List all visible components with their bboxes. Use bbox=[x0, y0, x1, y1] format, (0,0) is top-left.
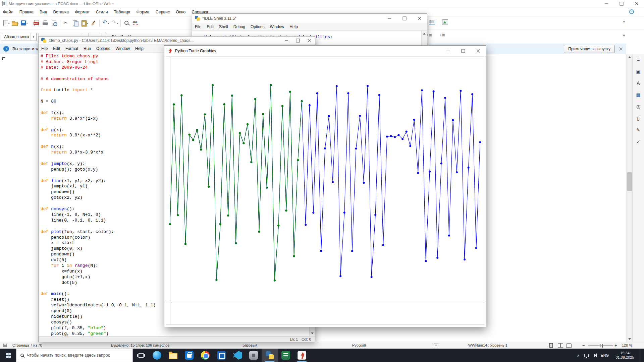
undo-button[interactable] bbox=[101, 18, 110, 28]
page-deck-icon[interactable]: ▯ bbox=[634, 114, 642, 122]
scroll-down-icon[interactable] bbox=[628, 338, 631, 340]
editor-close-button[interactable] bbox=[304, 37, 315, 44]
menu-item[interactable]: Options bbox=[248, 23, 267, 31]
volume-tray-button[interactable] bbox=[590, 354, 598, 357]
menu-item[interactable]: Таблица bbox=[111, 8, 133, 16]
list-level-status[interactable]: WWNum14 : Уровень 1 bbox=[468, 343, 507, 347]
print-button[interactable] bbox=[41, 18, 50, 28]
turtle-titlebar[interactable]: Python Turtle Graphics bbox=[164, 46, 486, 57]
infobar-close-icon[interactable] bbox=[619, 47, 623, 51]
paragraph-style-combo[interactable]: Абзац списка bbox=[2, 33, 37, 41]
menu-item[interactable]: Вид bbox=[37, 8, 50, 16]
menu-item[interactable]: File bbox=[39, 45, 50, 52]
idle-minimize-button[interactable] bbox=[382, 14, 397, 23]
page-number-status[interactable]: Страница 7 из 70 bbox=[12, 343, 42, 347]
green-app-taskbar-button[interactable] bbox=[278, 349, 294, 362]
style-inspector-icon[interactable]: ✎ bbox=[634, 126, 642, 134]
network-tray-button[interactable] bbox=[582, 354, 590, 357]
scroll-up-icon[interactable] bbox=[423, 33, 426, 35]
store-taskbar-button[interactable] bbox=[181, 349, 197, 362]
gray-app-taskbar-button[interactable] bbox=[246, 349, 262, 362]
idle-titlebar[interactable]: *IDLE Shell 3.11.5* bbox=[192, 14, 427, 23]
zoom-level[interactable]: 120 % bbox=[622, 343, 632, 347]
vscode-taskbar-button[interactable] bbox=[229, 349, 246, 362]
zoom-in-button[interactable]: + bbox=[614, 343, 617, 348]
zoom-slider-thumb[interactable] bbox=[602, 344, 603, 348]
menu-item[interactable]: Window bbox=[113, 45, 132, 52]
python-idle-taskbar-button[interactable] bbox=[262, 349, 278, 362]
menu-item[interactable]: Формат bbox=[72, 8, 93, 16]
turtle-minimize-button[interactable] bbox=[440, 46, 455, 56]
page-style-status[interactable]: Базовый bbox=[243, 343, 257, 347]
menu-item[interactable]: Окно bbox=[173, 8, 189, 16]
menu-item[interactable]: File bbox=[192, 23, 204, 31]
show-desktop-button[interactable] bbox=[641, 349, 643, 362]
turtle-close-button[interactable] bbox=[471, 46, 486, 56]
writer-vertical-scrollbar[interactable] bbox=[626, 54, 632, 342]
menu-item[interactable]: Run bbox=[81, 45, 94, 52]
menu-item[interactable]: Сервис bbox=[152, 8, 173, 16]
turtle-maximize-button[interactable] bbox=[455, 46, 471, 56]
combo-arrow-icon[interactable] bbox=[31, 33, 36, 41]
menu-item[interactable]: Window bbox=[267, 23, 287, 31]
menu-item[interactable]: Edit bbox=[50, 45, 63, 52]
open-button[interactable] bbox=[10, 18, 19, 28]
idle-maximize-button[interactable] bbox=[397, 14, 412, 23]
find-replace-button[interactable] bbox=[122, 18, 131, 28]
edge-taskbar-button[interactable] bbox=[149, 349, 165, 362]
menu-item[interactable]: Shell bbox=[216, 23, 231, 31]
zoom-out-button[interactable]: − bbox=[582, 343, 585, 348]
editor-maximize-button[interactable] bbox=[292, 37, 304, 44]
paste-button[interactable] bbox=[80, 18, 89, 28]
redo-button[interactable] bbox=[110, 18, 119, 28]
navigator-icon[interactable]: ◎ bbox=[634, 103, 642, 111]
cut-button[interactable] bbox=[62, 18, 71, 28]
editor-minimize-button[interactable] bbox=[281, 37, 292, 44]
single-page-view-button[interactable] bbox=[549, 343, 553, 348]
spelling-button[interactable] bbox=[131, 18, 140, 28]
styles-icon[interactable]: A bbox=[634, 79, 642, 87]
new-document-button[interactable] bbox=[1, 18, 10, 28]
copy-button[interactable] bbox=[71, 18, 80, 28]
menu-item[interactable]: Стили bbox=[93, 8, 111, 16]
properties-icon[interactable]: ▣ bbox=[634, 67, 642, 75]
sidebar-settings-icon[interactable]: ≡ bbox=[634, 56, 642, 64]
menu-item[interactable]: Debug bbox=[231, 23, 248, 31]
explorer-taskbar-button[interactable] bbox=[165, 349, 181, 362]
taskbar-search[interactable] bbox=[16, 349, 133, 362]
clone-formatting-button[interactable] bbox=[89, 18, 98, 28]
scroll-up-icon[interactable] bbox=[628, 56, 631, 58]
word-count-status[interactable]: Выделено: 15 слов, 106 символов bbox=[111, 343, 169, 347]
book-view-button[interactable] bbox=[566, 343, 572, 348]
scroll-down-icon[interactable] bbox=[311, 333, 314, 334]
save-button[interactable] bbox=[19, 18, 29, 28]
menu-item[interactable]: Options bbox=[94, 45, 113, 52]
menu-item[interactable]: Help bbox=[132, 45, 146, 52]
task-view-button[interactable] bbox=[133, 349, 149, 362]
idle-close-button[interactable] bbox=[412, 14, 427, 23]
editor-titlebar[interactable]: tdemo_chaos.py - C:\Users\u111-01\Deskto… bbox=[39, 37, 315, 45]
print-preview-button[interactable] bbox=[50, 18, 59, 28]
clock-button[interactable]: 15:34 01.09.2025 bbox=[611, 351, 639, 360]
writer-close-button[interactable] bbox=[629, 0, 644, 7]
writer-minimize-button[interactable] bbox=[599, 0, 614, 7]
search-input[interactable] bbox=[27, 353, 127, 358]
update-available-icon[interactable] bbox=[629, 9, 634, 14]
gallery-icon[interactable]: ▦ bbox=[634, 91, 642, 99]
blue-app-taskbar-button[interactable] bbox=[213, 349, 229, 362]
turtle-taskbar-button[interactable] bbox=[294, 349, 310, 362]
menu-item[interactable]: Файл bbox=[0, 8, 16, 16]
release-notes-button[interactable]: Примечания к выпуску bbox=[564, 45, 615, 53]
multi-page-view-button[interactable] bbox=[558, 343, 563, 348]
writer-titlebar[interactable]: Методические указания по ПОАС.docx — Lib… bbox=[0, 0, 644, 7]
zoom-slider[interactable] bbox=[588, 345, 613, 346]
menu-item[interactable]: Format bbox=[63, 45, 81, 52]
menu-item[interactable]: Вставка bbox=[50, 8, 72, 16]
start-button[interactable] bbox=[0, 349, 16, 362]
document-modified-icon[interactable] bbox=[3, 344, 7, 347]
accessibility-check-icon[interactable]: ✓ bbox=[634, 138, 642, 146]
hidden-icons-chevron[interactable]: ∧ bbox=[574, 354, 582, 357]
language-status[interactable]: Русский bbox=[352, 343, 366, 347]
chrome-taskbar-button[interactable] bbox=[197, 349, 213, 362]
menu-item[interactable]: Правка bbox=[16, 8, 37, 16]
